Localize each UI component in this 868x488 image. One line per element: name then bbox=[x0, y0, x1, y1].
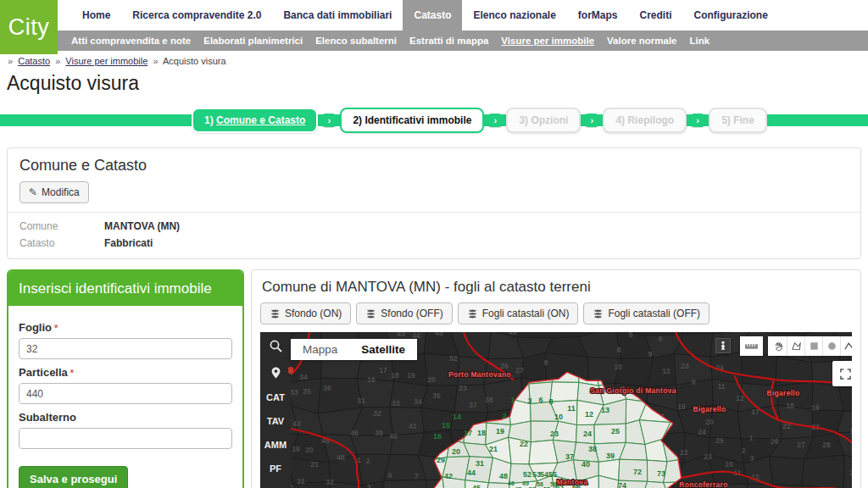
draw-polygon-icon[interactable] bbox=[787, 336, 805, 356]
top-navigation: Home Ricerca compravendite 2.0 Banca dat… bbox=[0, 0, 868, 30]
step-label: Opzioni bbox=[531, 114, 568, 126]
svg-text:19: 19 bbox=[811, 403, 820, 412]
breadcrumb-sep: » bbox=[8, 56, 13, 66]
svg-text:3: 3 bbox=[527, 396, 531, 405]
map-type-mappa[interactable]: Mappa bbox=[291, 339, 349, 360]
layer-toggle-pf[interactable]: PF bbox=[270, 463, 281, 474]
step-comune-catasto[interactable]: 1) Comune e Catasto bbox=[192, 108, 318, 133]
svg-text:41: 41 bbox=[409, 422, 417, 430]
fogli-off-button[interactable]: Fogli catastali (OFF) bbox=[583, 302, 709, 324]
draw-rectangle-icon[interactable] bbox=[805, 336, 823, 356]
modifica-button[interactable]: ✎ Modifica bbox=[19, 181, 89, 203]
svg-text:72: 72 bbox=[633, 468, 642, 476]
step-fine: 5) Fine bbox=[709, 108, 767, 133]
svg-text:Roncoferraro: Roncoferraro bbox=[679, 480, 727, 488]
sfondo-off-button[interactable]: Sfondo (OFF) bbox=[356, 302, 452, 324]
layers-icon bbox=[365, 308, 376, 319]
layer-toggle-amm[interactable]: AMM bbox=[264, 440, 287, 450]
search-icon[interactable] bbox=[269, 339, 283, 357]
svg-text:Bigarello: Bigarello bbox=[766, 389, 799, 397]
svg-text:1: 1 bbox=[749, 434, 754, 442]
draw-circle-icon[interactable] bbox=[823, 336, 841, 356]
svg-text:3: 3 bbox=[367, 483, 371, 488]
subnav-item-atti[interactable]: Atti compravendita e note bbox=[71, 36, 191, 46]
svg-text:6: 6 bbox=[538, 396, 542, 404]
svg-text:74: 74 bbox=[618, 481, 626, 488]
topnav-item-catasto[interactable]: Catasto bbox=[403, 0, 462, 30]
fullscreen-icon[interactable] bbox=[832, 361, 852, 386]
topnav-item-configurazione[interactable]: Configurazione bbox=[683, 0, 779, 30]
salva-prosegui-button[interactable]: Salva e prosegui bbox=[19, 466, 128, 488]
breadcrumb: » Catasto » Visure per immobile » Acquis… bbox=[0, 51, 868, 66]
svg-text:9: 9 bbox=[648, 350, 653, 358]
button-label: Sfondo (OFF) bbox=[381, 308, 442, 319]
map-tool-strip: CAT TAV AMM PF IPV bbox=[260, 332, 291, 488]
subnav-item-valore[interactable]: Valore normale bbox=[607, 36, 676, 46]
svg-text:Porto Mantovano: Porto Mantovano bbox=[448, 370, 511, 379]
svg-text:25: 25 bbox=[715, 436, 724, 445]
svg-text:9: 9 bbox=[692, 378, 696, 386]
row-label: Catasto bbox=[19, 237, 104, 249]
svg-text:26: 26 bbox=[500, 362, 509, 370]
topnav-item-formaps[interactable]: forMaps bbox=[567, 0, 629, 30]
svg-text:12: 12 bbox=[585, 410, 593, 419]
subalterno-field[interactable] bbox=[19, 428, 232, 449]
svg-text:39: 39 bbox=[375, 429, 383, 437]
map-type-satellite[interactable]: Satellite bbox=[349, 339, 417, 360]
svg-text:35: 35 bbox=[303, 387, 311, 396]
measure-tool-icon[interactable] bbox=[740, 336, 763, 356]
app-logo[interactable]: City bbox=[0, 0, 58, 54]
particella-field[interactable] bbox=[19, 383, 232, 404]
svg-text:2: 2 bbox=[502, 412, 506, 420]
foglio-field[interactable] bbox=[19, 338, 232, 359]
summary-row-comune: Comune MANTOVA (MN) bbox=[8, 218, 860, 235]
svg-text:16: 16 bbox=[433, 432, 442, 441]
layer-toggle-tav[interactable]: TAV bbox=[267, 416, 284, 426]
subnav-item-elaborati[interactable]: Elaborati planimetrici bbox=[203, 36, 303, 46]
sfondo-on-button[interactable]: Sfondo (ON) bbox=[260, 302, 351, 324]
topnav-item-banca-dati[interactable]: Banca dati immobiliari bbox=[272, 0, 403, 30]
svg-text:44: 44 bbox=[467, 469, 476, 477]
svg-text:48: 48 bbox=[337, 453, 345, 462]
svg-text:56: 56 bbox=[537, 481, 543, 487]
fogli-on-button[interactable]: Fogli catastali (ON) bbox=[458, 302, 579, 324]
svg-text:32: 32 bbox=[373, 409, 381, 418]
subnav-item-visure[interactable]: Visure per immobile bbox=[501, 36, 594, 46]
draw-polyline-icon[interactable] bbox=[841, 336, 852, 356]
topnav-item-home[interactable]: Home bbox=[71, 0, 121, 30]
pegman-streetview-icon[interactable] bbox=[715, 338, 731, 353]
subnav-item-link[interactable]: Link bbox=[690, 36, 710, 46]
svg-text:37: 37 bbox=[469, 401, 477, 409]
svg-text:20: 20 bbox=[427, 375, 436, 384]
step-number: 3) bbox=[519, 114, 528, 126]
layer-toggle-cat[interactable]: CAT bbox=[266, 392, 285, 402]
pan-hand-icon[interactable] bbox=[770, 336, 787, 356]
step-label: Riepilogo bbox=[627, 114, 674, 126]
sub-navigation: Atti compravendita e note Elaborati plan… bbox=[0, 30, 868, 51]
svg-text:28: 28 bbox=[822, 441, 831, 449]
svg-text:36: 36 bbox=[323, 384, 331, 392]
location-pin-icon[interactable] bbox=[270, 366, 282, 383]
topnav-item-ricerca[interactable]: Ricerca compravendite 2.0 bbox=[121, 0, 272, 30]
required-marker: * bbox=[54, 323, 58, 333]
svg-text:15: 15 bbox=[442, 421, 450, 430]
breadcrumb-catasto[interactable]: Catasto bbox=[18, 56, 50, 66]
svg-text:21: 21 bbox=[489, 445, 498, 453]
svg-text:25: 25 bbox=[611, 427, 620, 435]
svg-text:43: 43 bbox=[292, 419, 301, 428]
subnav-item-estratti[interactable]: Estratti di mappa bbox=[409, 36, 488, 46]
svg-text:10: 10 bbox=[614, 363, 622, 371]
svg-text:31: 31 bbox=[297, 477, 305, 485]
breadcrumb-visure[interactable]: Visure per immobile bbox=[65, 56, 147, 66]
subnav-item-subalterni[interactable]: Elenco subalterni bbox=[315, 36, 397, 46]
topnav-item-crediti[interactable]: Crediti bbox=[629, 0, 683, 30]
topnav-item-elenco-nazionale[interactable]: Elenco nazionale bbox=[462, 0, 566, 30]
svg-text:2: 2 bbox=[366, 457, 370, 465]
map-type-toggle: Mappa Satellite bbox=[291, 339, 417, 360]
step-number: 2) bbox=[353, 114, 362, 126]
step-number: 5) bbox=[721, 114, 731, 126]
row-value: MANTOVA (MN) bbox=[104, 220, 180, 232]
svg-text:45: 45 bbox=[435, 332, 443, 337]
svg-text:6: 6 bbox=[388, 471, 392, 480]
step-arrow-icon: › bbox=[488, 114, 502, 127]
